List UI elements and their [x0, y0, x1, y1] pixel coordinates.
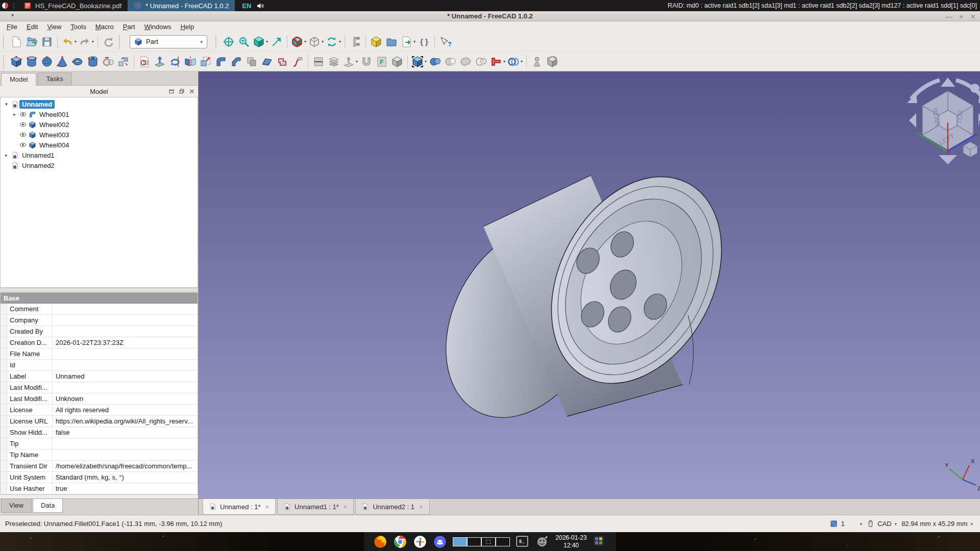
dimensions-caret-icon[interactable]: ▾ — [970, 521, 973, 527]
tree-item-label[interactable]: Wheel004 — [37, 141, 72, 149]
scale-button[interactable] — [198, 54, 213, 70]
dropdown-arrow-icon[interactable]: ▾ — [425, 59, 427, 64]
panel-close-icon[interactable] — [189, 87, 195, 96]
dropdown-arrow-icon[interactable]: ▾ — [75, 39, 77, 44]
property-value[interactable]: https://en.wikipedia.org/wiki/All_rights… — [53, 416, 198, 427]
whats-this-button[interactable]: ? — [437, 34, 453, 50]
defeaturing-button[interactable] — [545, 54, 560, 70]
axonometric-view-button[interactable]: ▾ — [252, 34, 269, 50]
offset-3d-button[interactable]: ▾ — [341, 54, 359, 70]
workspace-2[interactable] — [467, 537, 481, 546]
loft-button[interactable] — [275, 54, 290, 70]
compound-tools-button[interactable]: ▾ — [410, 54, 428, 70]
property-value[interactable]: Unnamed — [53, 371, 198, 382]
tree-item-label[interactable]: Unnamed — [19, 100, 55, 109]
mdi-tab-close-icon[interactable]: × — [265, 503, 270, 511]
tree-item[interactable]: ▸Wheel001 — [1, 109, 198, 119]
tree-item-label[interactable]: Unnamed1 — [19, 151, 57, 160]
rotation-mode-button[interactable]: ▾ — [325, 34, 342, 50]
make-face-from-wires-button[interactable] — [244, 54, 259, 70]
dropdown-arrow-icon[interactable]: ▾ — [521, 59, 523, 64]
create-shape-from-plane-button[interactable] — [137, 54, 152, 70]
tree-item[interactable]: ▸Unnamed1 — [1, 150, 198, 160]
expression-editor-button[interactable]: { } — [416, 34, 432, 50]
dropdown-arrow-icon[interactable]: ▾ — [304, 39, 306, 44]
fit-all-button[interactable] — [221, 34, 236, 50]
tree-item-label[interactable]: Wheel003 — [37, 131, 72, 139]
workspace-4[interactable] — [496, 537, 510, 546]
sphere-primitive-button[interactable] — [39, 54, 55, 70]
create-group-button[interactable] — [384, 34, 399, 50]
view-dimensions-selector[interactable]: 82.94 mm x 45.29 mm ▾ — [901, 520, 973, 528]
tree-expander-icon[interactable]: ▾ — [3, 102, 10, 107]
workspace-3[interactable] — [481, 537, 496, 546]
split-tools-button[interactable]: ▾ — [489, 54, 506, 70]
tree-item[interactable]: Unnamed2 — [1, 160, 198, 170]
property-value[interactable]: /home/elizabeth/snap/freecad/common/temp… — [53, 461, 198, 471]
mirror-button[interactable] — [183, 54, 198, 70]
mdi-tab-2[interactable]: Unnamed2 : 1× — [355, 499, 429, 515]
property-value[interactable] — [53, 438, 198, 449]
property-value[interactable] — [53, 360, 198, 370]
projection-on-surface-button[interactable]: F — [374, 54, 389, 70]
property-value[interactable]: 2026-01-22T23:37:23Z — [53, 337, 198, 348]
taskbar-window-button-1[interactable]: F* Unnamed - FreeCAD 1.0.2 — [128, 0, 235, 11]
tree-item[interactable]: Wheel002 — [1, 119, 198, 130]
property-row[interactable]: LicenseAll rights reserved — [1, 405, 198, 416]
property-row[interactable]: Tip Name — [1, 449, 198, 461]
property-row[interactable]: Unit SystemStandard (mm, kg, s, °) — [1, 472, 198, 483]
boolean-union-button[interactable] — [458, 54, 474, 70]
revolve-button[interactable] — [167, 54, 183, 70]
dropdown-arrow-icon[interactable]: ▾ — [356, 59, 358, 64]
gimp-icon[interactable] — [535, 535, 550, 549]
taskbar-window-button-0[interactable]: HS_FreeCAD_Bookazine.pdf — [17, 0, 128, 11]
layer-caret-icon[interactable]: ▾ — [860, 521, 863, 527]
property-value[interactable] — [53, 382, 198, 393]
window-title-bar[interactable]: ▾ * Unnamed - FreeCAD 1.0.2 — + ✕ — [0, 11, 980, 21]
property-row[interactable]: Last Modifi... — [1, 382, 198, 393]
property-row[interactable]: Show Hidd...false — [1, 427, 198, 438]
join-tools-button[interactable]: ▾ — [506, 54, 524, 70]
menu-edit[interactable]: Edit — [22, 22, 42, 31]
nav-style-caret-icon[interactable]: ▾ — [895, 521, 897, 527]
property-row[interactable]: Comment — [1, 304, 198, 315]
toolbar-grip[interactable] — [3, 55, 7, 68]
fillet-button[interactable] — [213, 54, 229, 70]
dropdown-arrow-icon[interactable]: ▾ — [322, 39, 324, 44]
slack-icon[interactable] — [413, 535, 427, 549]
close-button[interactable]: ✕ — [970, 13, 976, 20]
visibility-eye-icon[interactable] — [18, 141, 28, 148]
property-value[interactable] — [53, 449, 198, 460]
mdi-tab-close-icon[interactable]: × — [344, 503, 348, 511]
property-value[interactable]: false — [53, 427, 198, 438]
boolean-operation-button[interactable] — [428, 54, 443, 70]
export-button[interactable]: ▾ — [399, 34, 416, 50]
boolean-cut-button[interactable] — [443, 54, 458, 70]
tube-primitive-button[interactable] — [85, 54, 101, 70]
extrude-button[interactable] — [152, 54, 167, 70]
visibility-eye-icon[interactable] — [18, 131, 28, 138]
menu-macro[interactable]: Macro — [91, 22, 118, 31]
property-row[interactable]: Creation D...2026-01-22T23:37:23Z — [1, 337, 198, 348]
toolbar-grip[interactable] — [3, 35, 7, 48]
property-row[interactable]: Created By — [1, 326, 198, 337]
ruled-surface-button[interactable] — [259, 54, 275, 70]
cross-sections-button[interactable] — [326, 54, 341, 70]
menu-windows[interactable]: Windows — [140, 22, 176, 31]
property-row[interactable]: Last Modifi...Unknown — [1, 393, 198, 405]
menu-file[interactable]: File — [2, 22, 22, 31]
tree-expander-icon[interactable]: ▸ — [3, 153, 10, 158]
property-row[interactable]: Transient Dir/home/elizabeth/snap/freeca… — [1, 461, 198, 472]
panel-float-icon[interactable] — [179, 87, 185, 96]
tree-item-label[interactable]: Wheel002 — [37, 120, 72, 129]
keyboard-layout-indicator[interactable]: EN — [242, 2, 251, 10]
save-document-button[interactable] — [39, 34, 55, 50]
workspace-1[interactable] — [453, 537, 467, 546]
tab-data[interactable]: Data — [33, 499, 63, 513]
visibility-eye-icon[interactable] — [18, 121, 28, 128]
boolean-intersection-button[interactable] — [474, 54, 489, 70]
cube-primitive-button[interactable] — [9, 54, 24, 70]
maximize-button[interactable]: + — [960, 13, 964, 20]
convert-to-solid-button[interactable] — [389, 54, 405, 70]
tree-item[interactable]: Wheel004 — [1, 140, 198, 150]
